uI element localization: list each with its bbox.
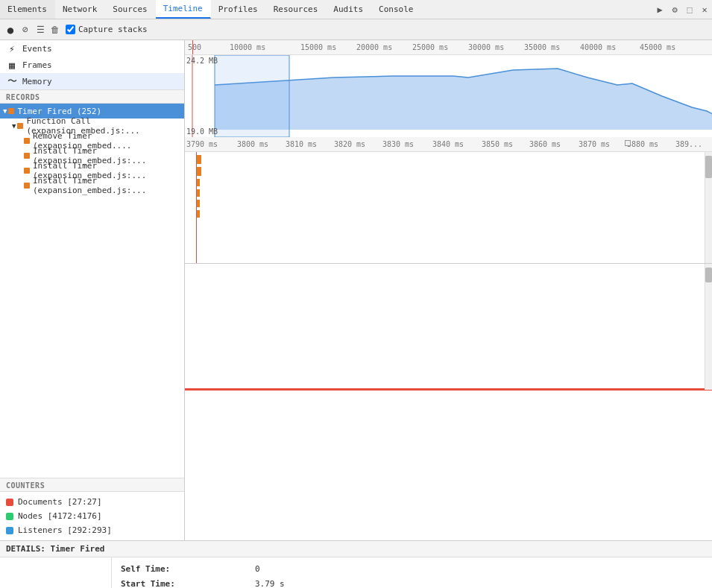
tab-profiles[interactable]: Profiles <box>211 0 266 19</box>
bottom-line <box>185 388 712 390</box>
record-item-install-timer-3[interactable]: Install Timer (expansion_embed.js:... <box>0 178 184 193</box>
memory-icon: 〜 <box>6 75 18 87</box>
memory-chart-svg <box>185 55 712 137</box>
record-label-6: Install Timer (expansion_embed.js:... <box>33 176 181 195</box>
self-time-row: Self Time: 0 <box>121 563 703 575</box>
start-time-val: 3.79 s <box>255 578 285 588</box>
listeners-dot <box>6 527 13 534</box>
documents-label: Documents [27:27] <box>18 497 102 507</box>
tab-console[interactable]: Console <box>371 0 421 19</box>
detail-ruler-4: 3830 ms <box>382 140 414 148</box>
start-time-row: Start Time: 3.79 s <box>121 578 703 588</box>
detail-ruler-2: 3810 ms <box>286 140 317 148</box>
main-layout: ⚡ Events ▦ Frames 〜 Memory RECORDS ▼ Tim… <box>0 40 712 540</box>
events-label: Events <box>22 44 52 54</box>
detail-ruler-6: 3850 ms <box>482 140 513 148</box>
tab-audits[interactable]: Audits <box>326 0 371 19</box>
ruler-label-1: 10000 ms <box>230 43 265 51</box>
details-section: DETAILS: Timer Fired 1.000 ms Self Time:… <box>0 540 712 588</box>
overview-ruler: 500 10000 ms 15000 ms 20000 ms 25000 ms … <box>185 40 712 55</box>
bar-sub-4 <box>197 210 200 218</box>
listeners-label: Listeners [292:293] <box>18 525 112 535</box>
right-panel: 500 10000 ms 15000 ms 20000 ms 25000 ms … <box>185 40 712 540</box>
expand-icon: ▼ <box>3 107 7 115</box>
detail-ruler-9: 3880 ms <box>627 140 658 148</box>
bar-timer-1 <box>197 155 201 164</box>
delete-button[interactable]: 🗑 <box>49 24 61 36</box>
selection-line <box>196 152 197 263</box>
tab-resources[interactable]: Resources <box>266 0 327 19</box>
frames-label: Frames <box>22 60 52 70</box>
detail-ruler-3: 3820 ms <box>334 140 365 148</box>
capture-stacks-checkbox-label[interactable]: Capture stacks <box>66 25 148 34</box>
settings-icon[interactable]: ⚙ <box>669 4 681 16</box>
ruler-label-2: 15000 ms <box>300 43 336 51</box>
close-icon[interactable]: ✕ <box>699 4 711 16</box>
start-time-key: Start Time: <box>121 578 255 588</box>
v-scrollbar[interactable] <box>705 152 712 263</box>
clear-button[interactable]: ⊘ <box>19 24 31 36</box>
tab-sources[interactable]: Sources <box>105 0 155 19</box>
svg-rect-1 <box>215 55 289 137</box>
detail-content <box>185 152 712 263</box>
ruler-label-4: 25000 ms <box>412 43 448 51</box>
events-icon: ⚡ <box>6 42 18 54</box>
details-body: 1.000 ms Self Time: 0 Start Time: 3.79 s… <box>0 557 712 588</box>
capture-stacks-checkbox[interactable] <box>66 25 75 34</box>
v-scrollbar-2[interactable] <box>705 264 712 390</box>
timeline-detail: 3790 ms 3800 ms 3810 ms 3820 ms 3830 ms … <box>185 137 712 264</box>
tab-network[interactable]: Network <box>55 0 105 19</box>
record-color-6 <box>24 183 30 189</box>
detail-ruler: 3790 ms 3800 ms 3810 ms 3820 ms 3830 ms … <box>185 137 712 152</box>
nav-frames[interactable]: ▦ Frames <box>0 57 184 73</box>
timeline-overview: 500 10000 ms 15000 ms 20000 ms 25000 ms … <box>185 40 712 137</box>
filter-button[interactable]: ☰ <box>34 24 46 36</box>
counters-header: COUNTERS <box>0 478 184 492</box>
bar-func-1 <box>197 167 201 176</box>
bar-sub-3 <box>197 200 200 207</box>
scroll-thumb[interactable] <box>705 156 712 178</box>
detail-ruler-8: 3870 ms <box>579 140 610 148</box>
tab-timeline[interactable]: Timeline <box>156 0 211 19</box>
nodes-dot <box>6 513 13 520</box>
ruler-marker <box>625 140 631 146</box>
start-marker <box>192 40 193 54</box>
self-time-val: 0 <box>255 563 260 575</box>
frames-icon: ▦ <box>6 59 18 71</box>
details-right: Self Time: 0 Start Time: 3.79 s Timer ID… <box>112 557 712 588</box>
memory-label: Memory <box>22 77 52 86</box>
capture-stacks-label: Capture stacks <box>78 25 148 34</box>
documents-dot <box>6 499 13 506</box>
ruler-label-7: 40000 ms <box>580 43 616 51</box>
counter-listeners: Listeners [292:293] <box>0 523 184 537</box>
left-panel: ⚡ Events ▦ Frames 〜 Memory RECORDS ▼ Tim… <box>0 40 185 540</box>
memory-top-label: 24.2 MB <box>186 57 218 65</box>
record-color-3 <box>24 138 30 144</box>
record-label: Timer Fired (252) <box>17 107 101 116</box>
record-list: ▼ Timer Fired (252) ▼ Function Call (exp… <box>0 104 184 478</box>
dock-icon[interactable]: ⬚ <box>684 4 696 16</box>
detail-ruler-0: 3790 ms <box>186 140 218 148</box>
record-color <box>8 108 14 114</box>
nav-memory[interactable]: 〜 Memory <box>0 73 184 89</box>
execute-icon[interactable]: ▶ <box>654 4 666 16</box>
self-time-key: Self Time: <box>121 563 255 575</box>
scroll-thumb-2[interactable] <box>705 268 712 282</box>
nodes-label: Nodes [4172:4176] <box>18 511 102 521</box>
tab-elements[interactable]: Elements <box>0 0 55 19</box>
counter-nodes: Nodes [4172:4176] <box>0 509 184 523</box>
records-header: RECORDS <box>0 89 184 104</box>
record-button[interactable]: ● <box>4 24 16 36</box>
counters-section: Documents [27:27] Nodes [4172:4176] List… <box>0 492 184 540</box>
details-left: 1.000 ms <box>0 557 112 588</box>
counters-chart <box>185 264 712 391</box>
nav-events[interactable]: ⚡ Events <box>0 40 184 57</box>
devtools-tab-bar: Elements Network Sources Timeline Profil… <box>0 0 712 19</box>
counter-documents: Documents [27:27] <box>0 495 184 509</box>
detail-ruler-7: 3860 ms <box>529 140 561 148</box>
expand-icon-2: ▼ <box>12 122 16 130</box>
ruler-label-0: 500 <box>188 43 201 51</box>
bar-sub-1 <box>197 179 200 186</box>
ruler-label-6: 35000 ms <box>524 43 560 51</box>
record-color-4 <box>24 153 30 159</box>
